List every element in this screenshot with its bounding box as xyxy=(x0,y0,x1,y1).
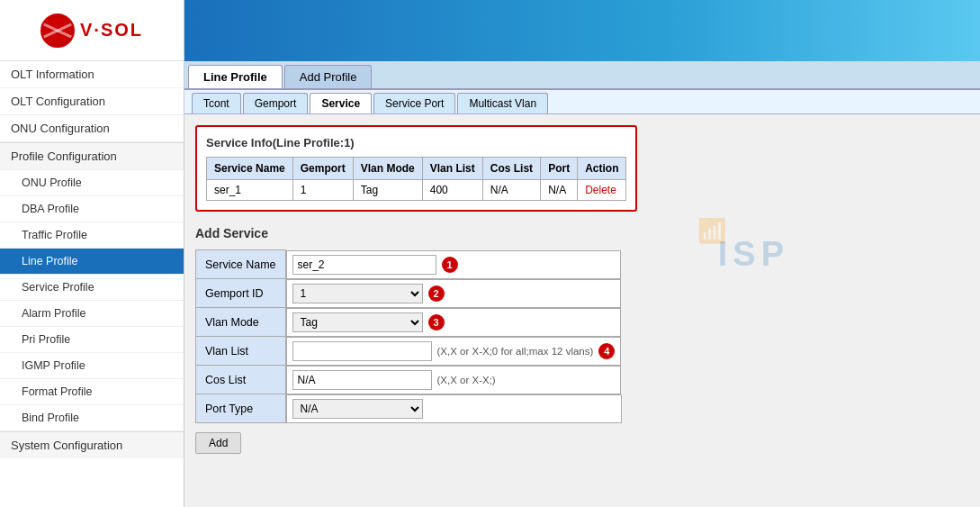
delete-link[interactable]: Delete xyxy=(585,184,616,196)
service-name-input[interactable] xyxy=(292,255,436,275)
sidebar-item-olt-information[interactable]: OLT Information xyxy=(0,61,184,88)
vlan-list-input[interactable] xyxy=(292,341,432,361)
form-row-gemport-id: Gemport ID 1234 2 xyxy=(196,279,622,308)
label-gemport-id: Gemport ID xyxy=(196,279,286,308)
sub-tab-multicast-vlan[interactable]: Multicast Vlan xyxy=(457,93,548,113)
col-header-cos-list: Cos List xyxy=(482,158,540,180)
add-service-form: Service Name 1 Gemport ID 1234 xyxy=(195,249,622,423)
isp-watermark-text: ISP xyxy=(718,235,789,274)
col-header-service-name: Service Name xyxy=(207,158,293,180)
col-header-action: Action xyxy=(578,158,626,180)
control-vlan-mode: TagTransparentTranslation 3 xyxy=(286,308,622,337)
vlan-list-hint-text: (X,X or X-X;0 for all;max 12 vlans) xyxy=(437,346,594,357)
content-area: Service Info(Line Profile:1) Service Nam… xyxy=(184,114,980,507)
cos-list-hint-text: (X,X or X-X;) xyxy=(437,375,496,385)
form-row-vlan-list: Vlan List (X,X or X-X;0 for all;max 12 v… xyxy=(196,337,622,366)
port-type-select[interactable]: N/AETHPOTSE1 xyxy=(292,399,423,419)
sidebar-category-profile-configuration[interactable]: Profile Configuration xyxy=(0,142,184,170)
main-tab-bar: Line Profile Add Profile xyxy=(184,61,980,90)
label-port-type: Port Type xyxy=(196,394,286,423)
control-port-type: N/AETHPOTSE1 xyxy=(286,394,622,423)
cell-service-name: ser_1 xyxy=(207,180,293,201)
tab-line-profile[interactable]: Line Profile xyxy=(188,65,283,88)
sidebar-item-line-profile[interactable]: Line Profile xyxy=(0,249,184,275)
add-service-title: Add Service xyxy=(195,226,969,240)
hint-badge-3: 3 xyxy=(428,314,445,330)
sidebar-nav: OLT Information OLT Configuration ONU Co… xyxy=(0,61,184,458)
sidebar-item-igmp-profile[interactable]: IGMP Profile xyxy=(0,353,184,379)
col-header-gemport: Gemport xyxy=(292,158,353,180)
control-gemport-id: 1234 2 xyxy=(286,279,622,308)
vsol-logo-icon xyxy=(40,14,75,48)
sidebar-item-traffic-profile[interactable]: Traffic Profile xyxy=(0,222,184,249)
label-vlan-list: Vlan List xyxy=(196,337,286,366)
sub-tab-tcont[interactable]: Tcont xyxy=(192,93,241,113)
form-row-port-type: Port Type N/AETHPOTSE1 xyxy=(196,394,622,423)
gemport-id-select[interactable]: 1234 xyxy=(292,284,423,303)
control-cos-list: (X,X or X-X;) xyxy=(286,366,622,394)
control-service-name: 1 xyxy=(286,250,622,279)
form-row-vlan-mode: Vlan Mode TagTransparentTranslation 3 xyxy=(196,308,622,337)
sidebar-item-bind-profile[interactable]: Bind Profile xyxy=(0,405,184,431)
service-info-title: Service Info(Line Profile:1) xyxy=(206,136,626,149)
hint-badge-4: 4 xyxy=(598,343,615,359)
sidebar-item-service-profile[interactable]: Service Profile xyxy=(0,275,184,301)
add-button[interactable]: Add xyxy=(195,432,241,454)
label-cos-list: Cos List xyxy=(196,366,286,394)
sidebar-item-olt-configuration[interactable]: OLT Configuration xyxy=(0,88,184,115)
sub-tab-gemport[interactable]: Gemport xyxy=(243,93,309,113)
sidebar-item-format-profile[interactable]: Format Profile xyxy=(0,379,184,405)
sub-tab-service-port[interactable]: Service Port xyxy=(373,93,455,113)
control-vlan-list: (X,X or X-X;0 for all;max 12 vlans) 4 xyxy=(286,337,622,366)
sidebar-item-pri-profile[interactable]: Pri Profile xyxy=(0,327,184,353)
vlan-mode-select[interactable]: TagTransparentTranslation xyxy=(292,312,423,332)
col-header-port: Port xyxy=(541,158,578,180)
sidebar-item-dba-profile[interactable]: DBA Profile xyxy=(0,196,184,222)
header-bar xyxy=(184,0,980,61)
service-info-box: Service Info(Line Profile:1) Service Nam… xyxy=(195,125,637,212)
add-service-section: Add Service 📶 ISP Service Name 1 xyxy=(195,226,969,454)
sub-tab-service[interactable]: Service xyxy=(310,93,372,113)
sub-tab-bar: Tcont Gemport Service Service Port Multi… xyxy=(184,90,980,114)
service-info-table: Service Name Gemport Vlan Mode Vlan List… xyxy=(206,157,626,201)
hint-badge-2: 2 xyxy=(428,285,445,302)
cell-gemport: 1 xyxy=(292,180,353,201)
cell-cos-list: N/A xyxy=(482,180,540,201)
hint-badge-1: 1 xyxy=(442,257,458,273)
cell-vlan-mode: Tag xyxy=(353,180,422,201)
tab-add-profile[interactable]: Add Profile xyxy=(284,65,373,88)
logo-text: V·SOL xyxy=(80,20,143,41)
label-vlan-mode: Vlan Mode xyxy=(196,308,286,337)
form-row-cos-list: Cos List (X,X or X-X;) xyxy=(196,366,622,394)
table-row: ser_1 1 Tag 400 N/A N/A Delete xyxy=(207,180,626,201)
cell-action: Delete xyxy=(578,180,626,201)
sidebar-category-system-configuration[interactable]: System Configuration xyxy=(0,431,184,458)
sidebar-item-onu-configuration[interactable]: ONU Configuration xyxy=(0,115,184,142)
sidebar-item-alarm-profile[interactable]: Alarm Profile xyxy=(0,301,184,327)
sidebar-item-onu-profile[interactable]: ONU Profile xyxy=(0,170,184,196)
cell-port: N/A xyxy=(541,180,578,201)
col-header-vlan-list: Vlan List xyxy=(422,158,482,180)
cos-list-input[interactable] xyxy=(292,370,432,390)
col-header-vlan-mode: Vlan Mode xyxy=(353,158,422,180)
form-row-service-name: Service Name 1 xyxy=(196,250,622,279)
cell-vlan-list: 400 xyxy=(422,180,482,201)
logo-area: V·SOL xyxy=(0,0,184,61)
label-service-name: Service Name xyxy=(196,250,286,279)
